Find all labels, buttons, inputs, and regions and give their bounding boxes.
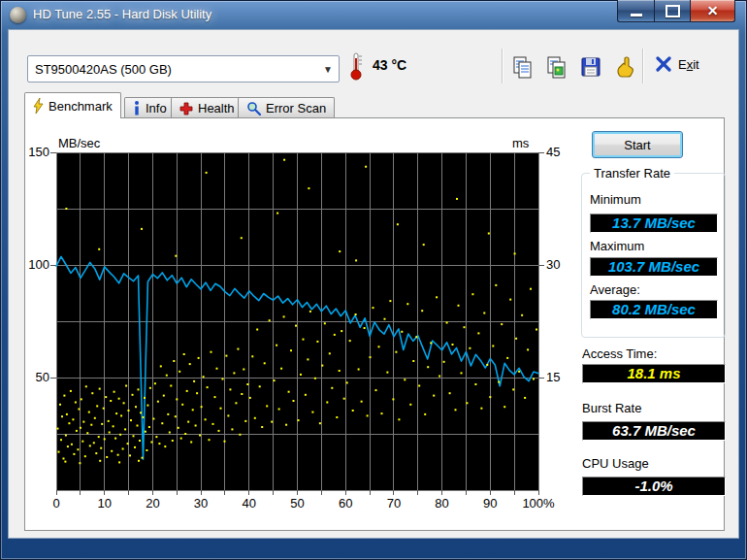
start-button[interactable]: Start	[592, 131, 683, 158]
right-axis-tick-label: 30	[546, 257, 560, 272]
close-icon: ✕	[707, 3, 719, 18]
x-axis-tick-label: 60	[326, 496, 365, 511]
minimize-icon	[631, 14, 642, 16]
health-cross-icon	[179, 102, 193, 115]
x-axis-tick-label: 40	[230, 496, 269, 511]
x-axis-tick-label: 90	[471, 496, 509, 511]
x-axis-tick-label: 30	[181, 496, 220, 511]
transfer-rate-title: Transfer Rate	[590, 166, 674, 181]
thermometer-icon	[347, 50, 365, 82]
x-axis-tick-label: 20	[133, 496, 172, 511]
left-axis-unit-label: MB/sec	[58, 136, 100, 150]
copy-image-icon[interactable]	[545, 55, 568, 79]
maximize-icon	[666, 5, 680, 17]
minimize-button[interactable]	[617, 0, 654, 22]
access-time-value: 18.1 ms	[582, 364, 726, 383]
cpu-usage-label: CPU Usage	[582, 456, 649, 471]
left-axis-tick-label: 50	[22, 370, 49, 384]
minimum-label: Minimum	[590, 192, 641, 207]
magnifier-icon	[246, 101, 261, 115]
benchmark-icon	[33, 98, 44, 114]
right-axis-unit-label: ms	[512, 136, 529, 150]
app-icon	[10, 7, 26, 23]
copy-text-icon[interactable]	[511, 55, 535, 79]
window-controls: ✕	[617, 0, 735, 21]
access-time-label: Access Time:	[582, 346, 657, 361]
tab-health[interactable]: Health	[171, 97, 244, 118]
minimum-value: 13.7 MB/sec	[590, 214, 718, 233]
average-value: 80.2 MB/sec	[590, 300, 718, 319]
maximum-label: Maximum	[590, 239, 644, 253]
hd-tune-window: HD Tune 2.55 - Hard Disk Utility ✕ ST950…	[0, 0, 747, 560]
title-bar[interactable]: HD Tune 2.55 - Hard Disk Utility ✕	[0, 0, 747, 29]
info-icon	[133, 101, 141, 115]
close-button[interactable]: ✕	[690, 0, 735, 22]
burst-rate-value: 63.7 MB/sec	[582, 421, 726, 441]
tab-error-scan[interactable]: Error Scan	[238, 97, 335, 118]
exit-label: Exit	[678, 57, 699, 72]
x-axis-tick-label: 70	[374, 496, 413, 511]
average-label: Average:	[590, 282, 640, 297]
toolbar-separator	[502, 49, 503, 83]
right-axis-tick-label: 15	[546, 370, 560, 384]
options-hand-icon[interactable]	[613, 55, 636, 79]
save-icon[interactable]	[579, 55, 602, 79]
chevron-down-icon: ▼	[317, 64, 339, 75]
right-axis-tick-label: 45	[546, 145, 560, 159]
x-axis-tick-label: 10	[85, 496, 124, 511]
window-title: HD Tune 2.55 - Hard Disk Utility	[33, 7, 211, 21]
drive-select-value: ST9500420AS (500 GB)	[28, 62, 317, 77]
tab-benchmark[interactable]: Benchmark	[24, 92, 121, 118]
temperature-value: 43 °C	[373, 57, 406, 73]
burst-rate-label: Burst Rate	[582, 401, 641, 415]
benchmark-plot	[45, 148, 556, 502]
x-axis-tick-label: 0	[37, 496, 76, 511]
exit-x-icon	[656, 56, 671, 72]
maximize-button[interactable]	[654, 0, 690, 22]
exit-button[interactable]: Exit	[656, 56, 699, 72]
toolbar-separator	[642, 49, 643, 83]
x-axis-tick-label: 80	[423, 496, 462, 511]
left-axis-tick-label: 150	[22, 145, 49, 159]
cpu-usage-value: -1.0%	[582, 477, 726, 496]
left-axis-tick-label: 100	[22, 257, 49, 272]
drive-select-dropdown[interactable]: ST9500420AS (500 GB) ▼	[27, 55, 340, 82]
maximum-value: 103.7 MB/sec	[590, 257, 718, 277]
tab-info[interactable]: Info	[124, 97, 176, 118]
x-axis-tick-label: 50	[278, 496, 317, 511]
x-axis-tick-label: 100%	[519, 496, 558, 511]
